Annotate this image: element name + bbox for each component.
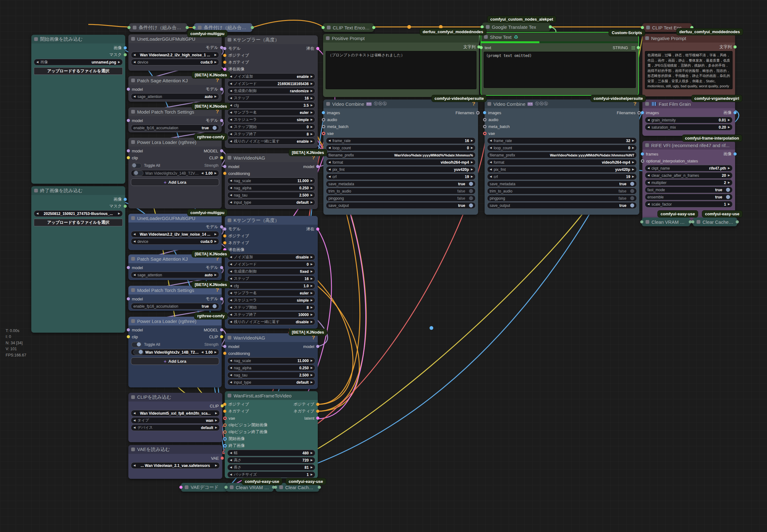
port-dot[interactable] [220,46,223,49]
lora-row[interactable]: Wan Video\lightx2v_14B_T2V_...◀1.00▶ [131,170,219,176]
collapsed-output-dot[interactable] [318,486,321,489]
increment-arrow-icon[interactable]: ▶ [214,61,217,64]
reroute-dot[interactable] [430,326,433,330]
node-load-start-image[interactable]: 開始画像を読み込む画像マスク◀画像unnamed.png▶アップロードするファイ… [31,35,125,184]
combo-widget-ノイズ追加[interactable]: ◀ノイズ追加disable▶ [227,254,315,260]
combo-widget-nag_alpha[interactable]: ◀nag_alpha0.250▶ [227,185,315,191]
port-dot[interactable] [223,234,226,238]
collapse-toggle[interactable] [326,36,330,40]
collapse-toggle[interactable] [131,288,135,292]
collapse-toggle[interactable] [131,140,135,144]
increment-arrow-icon[interactable]: ▶ [310,201,313,204]
collapse-toggle[interactable] [488,102,491,106]
port-dot[interactable] [223,410,226,413]
collapse-toggle[interactable] [198,26,202,29]
port-dot[interactable] [734,45,737,49]
collapse-toggle[interactable] [131,319,135,323]
collapse-toggle[interactable] [34,189,38,192]
decrement-arrow-icon[interactable]: ◀ [230,306,232,309]
node-header[interactable]: WanFirstLastFrameToVideo [225,391,318,400]
increment-arrow-icon[interactable]: ▶ [728,203,730,206]
toggle-all-switch[interactable] [131,342,141,347]
collapse-toggle[interactable] [645,143,649,147]
port-dot[interactable] [316,403,319,406]
decrement-arrow-icon[interactable]: ◀ [230,473,232,476]
node-video-combine-2[interactable]: Video CombineⓋⒽⓈ?imagesFilenamesaudiomet… [485,100,639,215]
port-dot[interactable] [223,61,226,64]
decrement-arrow-icon[interactable]: ◀ [230,284,232,287]
port-dot[interactable] [641,111,644,114]
decrement-arrow-icon[interactable]: ◀ [490,139,492,142]
combo-widget-残りのノイズと一緒に返す[interactable]: ◀残りのノイズと一緒に返すdisable▶ [227,319,315,325]
combo-widget-format[interactable]: ◀formatvideo/h264-mp4▶ [487,159,637,166]
decrement-arrow-icon[interactable]: ◀ [230,292,232,294]
toggle-knob[interactable] [469,203,473,207]
decrement-arrow-icon[interactable]: ◀ [230,125,232,128]
combo-widget-スケジューラ[interactable]: ◀スケジューラsimple▶ [227,297,315,304]
increment-arrow-icon[interactable]: ▶ [310,381,313,384]
collapse-toggle[interactable] [131,395,135,399]
combo-widget-ckpt_name[interactable]: ◀ckpt_namerife47.pth▶ [645,165,733,171]
node-wanvideo-nag-1[interactable]: WanVideoNAG?modelmodelconditioning◀nag_s… [225,153,318,209]
collapse-toggle[interactable] [646,26,650,29]
decrement-arrow-icon[interactable]: ◀ [230,299,232,302]
decrement-arrow-icon[interactable]: ◀ [490,146,492,149]
increment-arrow-icon[interactable]: ▶ [310,299,313,302]
increment-arrow-icon[interactable]: ▶ [310,359,313,362]
combo-widget-format[interactable]: ◀formatvideo/h264-mp4▶ [326,159,476,166]
port-dot[interactable] [223,165,226,168]
collapsed-input-dot[interactable] [127,26,130,29]
collapsed-input-dot[interactable] [641,26,644,29]
decrement-arrow-icon[interactable]: ◀ [230,82,232,85]
decrement-arrow-icon[interactable]: ◀ [647,126,650,129]
refresh-icon[interactable]: ♻ [514,34,518,40]
port-dot[interactable] [124,53,127,56]
combo-widget-device[interactable]: ◀devicecuda:0▶ [131,59,219,65]
increment-arrow-icon[interactable]: ▶ [310,366,313,369]
port-dot[interactable] [220,266,223,269]
combo-widget-ノイズシード[interactable]: ◀ノイズシード0▶ [227,261,315,268]
increment-arrow-icon[interactable]: ▶ [310,473,313,476]
decrement-arrow-icon[interactable]: ◀ [230,359,232,362]
collapse-toggle[interactable] [131,37,135,41]
increment-arrow-icon[interactable]: ▶ [310,75,313,78]
node-header[interactable]: RIFE VFI (recommend rife47 and rif... [642,141,735,150]
decrement-arrow-icon[interactable]: ◀ [328,168,330,171]
collapse-toggle[interactable] [230,485,233,489]
decrement-arrow-icon[interactable]: ◀ [133,95,135,98]
decrement-arrow-icon[interactable]: ◀ [490,175,492,178]
node-rife-vfi[interactable]: RIFE VFI (recommend rife47 and rif...fra… [642,141,735,222]
combo-widget-pix_fmt[interactable]: ◀pix_fmtyuv420p▶ [326,166,476,173]
increment-arrow-icon[interactable]: ▶ [728,167,730,170]
port-dot[interactable] [127,88,130,91]
increment-arrow-icon[interactable]: ▶ [310,125,313,128]
collapsed-input-dot[interactable] [640,220,643,223]
decrement-arrow-icon[interactable]: ◀ [230,111,232,114]
increment-arrow-icon[interactable]: ▶ [310,459,313,462]
collapse-toggle[interactable] [227,156,231,160]
node-clip-text-encode-positive[interactable]: CLIP Text Encode [323,23,374,32]
port-dot[interactable] [127,119,130,122]
port-dot[interactable] [476,111,480,115]
toggle-knob[interactable] [469,182,473,186]
node-patch-sage-attention-2[interactable]: Patch Sage Attention KJ?modelモデル◀sage_at… [128,254,222,280]
decrement-arrow-icon[interactable]: ◀ [230,459,232,462]
decrement-arrow-icon[interactable]: ◀ [230,366,232,369]
port-dot[interactable] [223,437,227,441]
combo-widget-高さ[interactable]: ◀高さ720▶ [227,457,315,463]
increment-arrow-icon[interactable]: ▶ [310,97,313,100]
combo-widget-ステップ終了[interactable]: ◀ステップ終了8▶ [227,131,315,137]
increment-arrow-icon[interactable]: ▶ [310,179,313,182]
increment-arrow-icon[interactable]: ▶ [632,168,634,171]
port-dot[interactable] [124,205,127,208]
toggle-knob[interactable] [726,188,730,192]
port-dot[interactable] [127,266,130,269]
toggle-knob[interactable] [630,189,634,193]
combo-widget-value[interactable]: ◀20250812_150921_274753-Illusrious_...▶ [34,210,123,217]
decrement-arrow-icon[interactable]: ◀ [328,175,330,178]
port-dot[interactable] [641,159,644,163]
toggle-knob[interactable] [212,304,217,308]
port-dot[interactable] [322,111,325,114]
port-dot[interactable] [316,410,319,413]
increment-arrow-icon[interactable]: ▶ [214,172,217,175]
